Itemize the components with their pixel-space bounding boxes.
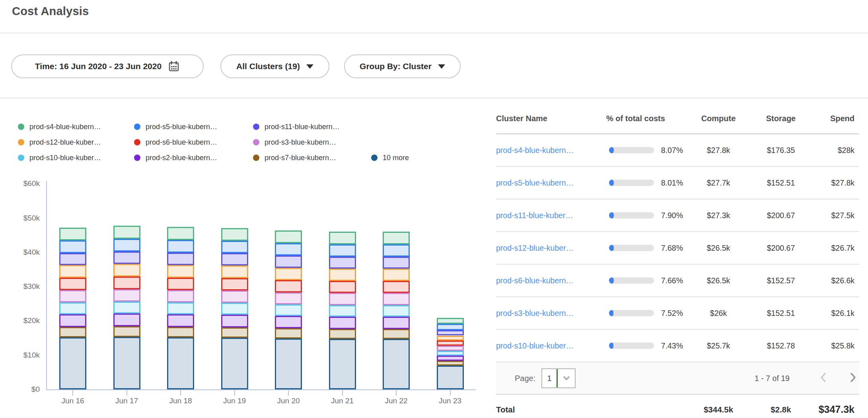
legend-item[interactable]: prod-s2-blue-kubern… [134, 152, 217, 163]
bar-segment[interactable] [383, 257, 410, 269]
bar-segment[interactable] [221, 327, 248, 338]
bar-segment[interactable] [113, 289, 140, 302]
bar-segment[interactable] [113, 326, 140, 337]
cluster-name-link[interactable]: prod-s10-blue-kuber… [496, 341, 574, 350]
bar-segment[interactable] [383, 329, 410, 339]
bar-segment[interactable] [221, 303, 248, 315]
cluster-name-link[interactable]: prod-s4-blue-kubern… [496, 146, 574, 155]
bar-segment[interactable] [329, 329, 356, 339]
bar-segment[interactable] [221, 253, 248, 265]
bar-segment[interactable] [221, 228, 248, 241]
cluster-name-link[interactable]: prod-s12-blue-kuber… [496, 244, 574, 252]
bar-segment[interactable] [329, 269, 356, 281]
bar-segment[interactable] [59, 327, 86, 337]
bar-segment[interactable] [113, 337, 140, 389]
prev-page-icon[interactable] [817, 371, 829, 386]
bar-segment[interactable] [437, 351, 464, 356]
legend-item[interactable]: prod-s5-blue-kubern… [134, 121, 217, 132]
bar-segment[interactable] [167, 265, 194, 278]
bar-segment[interactable] [167, 327, 194, 337]
bar-segment[interactable] [59, 265, 86, 278]
bar-segment[interactable] [329, 257, 356, 269]
bar-segment[interactable] [329, 317, 356, 329]
bar-segment[interactable] [275, 280, 302, 292]
bar-segment[interactable] [113, 264, 140, 277]
bar-segment[interactable] [221, 278, 248, 290]
bar-segment[interactable] [383, 305, 410, 317]
bar-segment[interactable] [167, 337, 194, 389]
bar-segment[interactable] [437, 366, 464, 389]
cluster-name-link[interactable]: prod-s5-blue-kubern… [496, 178, 574, 187]
bar-segment[interactable] [113, 314, 140, 326]
cluster-name-link[interactable]: prod-s3-blue-kubern… [496, 309, 574, 317]
bar-segment[interactable] [383, 339, 410, 389]
group-by-filter[interactable]: Group By: Cluster [344, 54, 461, 78]
bar-segment[interactable] [59, 290, 86, 302]
bar-segment[interactable] [275, 268, 302, 280]
bar-segment[interactable] [329, 281, 356, 293]
bar-segment[interactable] [59, 228, 86, 241]
bar-segment[interactable] [113, 252, 140, 264]
bar-segment[interactable] [59, 278, 86, 290]
bar-segment[interactable] [383, 269, 410, 281]
bar-segment[interactable] [59, 253, 86, 265]
bar-segment[interactable] [167, 227, 194, 240]
cluster-name-link[interactable]: prod-s11-blue-kuber… [496, 211, 573, 220]
bar-segment[interactable] [383, 281, 410, 293]
bar-segment[interactable] [113, 226, 140, 239]
bar-segment[interactable] [275, 255, 302, 267]
legend-item[interactable]: prod-s3-blue-kubern… [253, 137, 336, 148]
bar-segment[interactable] [383, 244, 410, 257]
bar-segment[interactable] [275, 243, 302, 255]
bar-segment[interactable] [221, 241, 248, 253]
bar-segment[interactable] [275, 304, 302, 316]
bar-segment[interactable] [383, 232, 410, 244]
bar-segment[interactable] [167, 278, 194, 290]
legend-item[interactable]: 10 more [371, 152, 409, 163]
bar-segment[interactable] [329, 232, 356, 244]
page-select[interactable]: 1 [541, 368, 576, 388]
clusters-filter[interactable]: All Clusters (19) [220, 54, 329, 78]
bar-segment[interactable] [59, 337, 86, 389]
bar-segment[interactable] [383, 293, 410, 305]
bar-segment[interactable] [329, 293, 356, 305]
legend-item[interactable]: prod-s7-blue-kubern… [253, 152, 336, 163]
bar-segment[interactable] [437, 356, 464, 361]
bar-segment[interactable] [437, 361, 464, 365]
bar-segment[interactable] [59, 302, 86, 314]
bar-segment[interactable] [167, 240, 194, 253]
bar-segment[interactable] [167, 302, 194, 314]
legend-item[interactable]: prod-s11-blue-kubern… [253, 121, 340, 132]
bar-segment[interactable] [437, 330, 464, 336]
cluster-name-link[interactable]: prod-s6-blue-kubern… [496, 276, 574, 285]
bar-segment[interactable] [221, 290, 248, 303]
bar-segment[interactable] [113, 302, 140, 314]
bar-segment[interactable] [437, 346, 464, 351]
next-page-icon[interactable] [847, 371, 859, 386]
bar-segment[interactable] [275, 339, 302, 389]
bar-segment[interactable] [59, 314, 86, 327]
bar-segment[interactable] [167, 314, 194, 327]
bar-segment[interactable] [437, 336, 464, 341]
legend-item[interactable]: prod-s4-blue-kubern… [18, 121, 101, 132]
bar-segment[interactable] [167, 253, 194, 265]
bar-segment[interactable] [329, 305, 356, 317]
bar-segment[interactable] [113, 277, 140, 289]
bar-segment[interactable] [275, 316, 302, 328]
legend-item[interactable]: prod-s10-blue-kuber… [18, 152, 101, 163]
legend-item[interactable]: prod-s6-blue-kubern… [134, 137, 217, 148]
bar-segment[interactable] [59, 240, 86, 253]
bar-segment[interactable] [383, 317, 410, 329]
bar-segment[interactable] [329, 339, 356, 389]
bar-segment[interactable] [275, 292, 302, 304]
bar-segment[interactable] [437, 341, 464, 346]
bar-segment[interactable] [275, 230, 302, 244]
legend-item[interactable]: prod-s12-blue-kuber… [18, 137, 101, 148]
bar-segment[interactable] [221, 265, 248, 278]
bar-segment[interactable] [329, 244, 356, 257]
bar-segment[interactable] [437, 318, 464, 324]
bar-segment[interactable] [113, 239, 140, 252]
bar-segment[interactable] [437, 324, 464, 330]
bar-segment[interactable] [167, 290, 194, 302]
time-range-filter[interactable]: Time: 16 Jun 2020 - 23 Jun 2020 [11, 54, 204, 78]
